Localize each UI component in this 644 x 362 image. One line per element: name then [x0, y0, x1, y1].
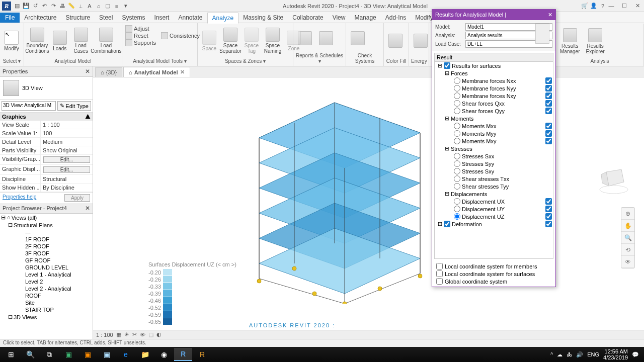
type-selector[interactable]: 3D View: Analytical M [2, 101, 56, 111]
tab-steel[interactable]: Steel [95, 13, 117, 23]
space-separator-button[interactable]: Space Separator [221, 27, 240, 55]
result-item[interactable]: Membrane forces Nxy [435, 92, 553, 100]
tab-insert[interactable]: Insert [149, 13, 174, 23]
tray-notif-icon[interactable]: 💬 [632, 351, 639, 358]
zone-button[interactable]: Zone [284, 30, 303, 52]
energy-button[interactable] [411, 33, 430, 49]
qat-3d-icon[interactable]: ⌂ [95, 2, 103, 10]
result-item[interactable]: Displacement UZ [435, 213, 553, 220]
loads-button[interactable]: Loads [50, 30, 69, 52]
start-button[interactable]: ⊞ [2, 348, 20, 361]
project-browser[interactable]: ⊟ ⌂Views (all) ⊟Structural Plans ---1F R… [0, 214, 93, 339]
qat-dim-icon[interactable]: ⟂ [76, 2, 85, 10]
tb-app2[interactable]: ▣ [78, 348, 97, 361]
cb-surfaces[interactable] [444, 62, 450, 69]
prop-row[interactable]: Visibility/Grap...Edit... [0, 155, 93, 165]
panel-reports[interactable]: Reports & Schedules ▾ [295, 52, 344, 65]
panel-select[interactable]: Select ▾ [2, 57, 22, 65]
tb-explorer[interactable]: 📁 [136, 348, 154, 361]
results-tree[interactable]: Result ⊟Results for surfaces ⊟Forces Mem… [434, 53, 553, 259]
view-control-bar[interactable]: 1 : 100 ▦☀ ✂👁 ⬚◐ [93, 330, 644, 339]
result-item[interactable]: Stresses Syy [435, 160, 553, 167]
prop-row[interactable]: View Scale1 : 100 [0, 121, 93, 129]
result-item[interactable]: Stresses Sxy [435, 167, 553, 175]
tray-net-icon[interactable]: 🖧 [567, 351, 572, 357]
tb-revit[interactable]: R [174, 348, 192, 361]
tab-collaborate[interactable]: Collaborate [288, 13, 328, 23]
tb-chrome[interactable]: ◉ [155, 348, 173, 361]
qat-save-icon[interactable]: 💾 [22, 2, 30, 10]
browser-item[interactable]: 3F ROOF [0, 250, 93, 257]
check-systems-button[interactable] [348, 30, 367, 46]
result-item[interactable]: Membrane forces Nxx [435, 77, 553, 84]
result-item[interactable]: Stresses Sxx [435, 152, 553, 160]
result-item[interactable]: Moments Mxx [435, 122, 553, 130]
view-tab-3d[interactable]: ⌂{3D} [95, 67, 122, 77]
vb-icon[interactable]: 👁 [140, 332, 145, 338]
results-dialog[interactable]: Results for Analytical Model |✕ Model:Mo… [432, 9, 556, 287]
result-item[interactable]: Displacement UY [435, 205, 553, 213]
prop-row[interactable]: Show Hidden ...By Discipline [0, 184, 93, 192]
signin-icon[interactable]: 👤 [590, 2, 598, 10]
results-close-icon[interactable]: ✕ [548, 12, 552, 18]
load-cases-button[interactable]: Load Cases [71, 27, 91, 55]
nav-look-icon[interactable]: 👁 [621, 256, 634, 268]
browser-item[interactable]: STAIR TOP [0, 306, 93, 313]
result-item[interactable]: Shear forces Qyy [435, 107, 553, 115]
tb-edge[interactable]: e [117, 348, 135, 361]
view-tab-analytical[interactable]: ⌂Analytical Model✕ [123, 67, 190, 77]
view-cube[interactable] [596, 162, 631, 197]
tab-annotate[interactable]: Annotate [174, 13, 207, 23]
qat-thin-icon[interactable]: ≡ [113, 2, 121, 10]
results-manager-button[interactable]: Results Manager [558, 27, 582, 55]
qat-text-icon[interactable]: A [86, 2, 94, 10]
supports-button[interactable]: Supports [125, 39, 156, 46]
node-stresses[interactable]: Stresses [451, 146, 472, 152]
prop-row[interactable]: DisciplineStructural [0, 175, 93, 184]
vb-icon[interactable]: ◐ [156, 331, 162, 338]
prop-row[interactable]: Graphic Displ...Edit... [0, 165, 93, 175]
properties-help-link[interactable]: Properties help [3, 194, 36, 202]
tab-massing[interactable]: Massing & Site [238, 13, 288, 23]
nav-fullnav-icon[interactable]: ⊕ [621, 208, 634, 220]
navigation-bar[interactable]: ⊕ ✋ 🔍 ⟲ 👁 [621, 207, 635, 268]
nav-zoom-icon[interactable]: 🔍 [621, 232, 634, 244]
qat-print-icon[interactable]: 🖶 [58, 2, 66, 10]
result-item[interactable]: Membrane forces Nyy [435, 84, 553, 92]
file-menu[interactable]: File [0, 13, 20, 23]
browser-item[interactable]: ROOF [0, 292, 93, 299]
vb-icon[interactable]: ☀ [124, 331, 129, 338]
space-tag-button[interactable]: Space Tag [242, 27, 261, 55]
tab-analyze[interactable]: Analyze [207, 13, 239, 24]
nav-pan-icon[interactable]: ✋ [621, 220, 634, 232]
browser-item[interactable]: GF ROOF [0, 257, 93, 264]
boundary-conditions-button[interactable]: Boundary Conditions [26, 27, 48, 55]
qat-undo-icon[interactable]: ↶ [40, 2, 48, 10]
coord-surfaces[interactable]: Local coordinate system for surfaces [436, 270, 551, 277]
cb-deformation[interactable] [444, 221, 450, 227]
qat-sync-icon[interactable]: ↺ [31, 2, 39, 10]
result-item[interactable]: Shear stresses Tyy [435, 183, 553, 190]
edit-type-button[interactable]: ✎Edit Type [57, 101, 91, 111]
qat-close-icon[interactable]: ▾ [122, 2, 130, 10]
results-explorer-button[interactable]: Results Explorer [584, 27, 606, 55]
tray-vol-icon[interactable]: 🔊 [576, 351, 583, 358]
tab-addins[interactable]: Add-Ins [381, 13, 411, 23]
results-refresh-icon[interactable] [535, 24, 549, 44]
browser-item[interactable]: --- [0, 229, 93, 236]
panel-analytical-tools[interactable]: Analytical Model Tools ▾ [124, 57, 195, 65]
properties-close-icon[interactable]: ✕ [85, 68, 90, 75]
qat-open-icon[interactable]: ▤ [13, 2, 21, 10]
browser-item[interactable]: GROUND LEVEL [0, 264, 93, 271]
load-combinations-button[interactable]: Load Combinations [93, 27, 120, 55]
result-item[interactable]: Shear stresses Txx [435, 175, 553, 183]
node-moments[interactable]: Moments [451, 116, 473, 122]
vb-icon[interactable]: ✂ [132, 331, 137, 338]
node-displacements[interactable]: Displacements [451, 191, 487, 197]
tab-view[interactable]: View [328, 13, 350, 23]
nav-orbit-icon[interactable]: ⟲ [621, 244, 634, 256]
vb-icon[interactable]: ⬚ [148, 331, 153, 338]
result-item[interactable]: Moments Mxy [435, 137, 553, 145]
maximize-button[interactable]: ☐ [620, 3, 629, 9]
prop-row[interactable]: Parts VisibilityShow Original [0, 146, 93, 155]
